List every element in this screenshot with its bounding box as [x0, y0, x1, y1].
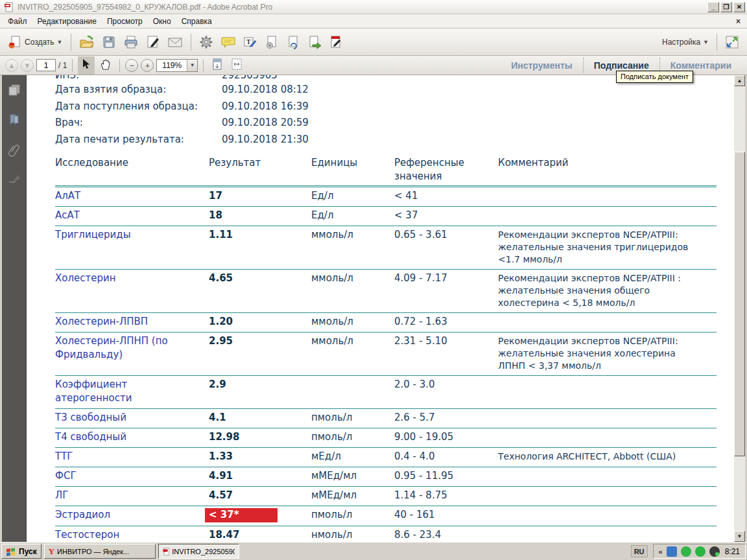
settings-button[interactable]: Настройка ▼	[659, 36, 711, 49]
tray-icon-1[interactable]	[667, 546, 677, 557]
save-button[interactable]	[99, 33, 119, 51]
task-label: ИНВИТРО — Яндек...	[57, 548, 129, 555]
menu-item[interactable]: Просмотр	[102, 16, 148, 27]
scrollbar-thumb[interactable]	[734, 152, 745, 456]
menu-item[interactable]: Файл	[3, 16, 32, 27]
bookmarks-icon[interactable]	[7, 113, 21, 127]
table-row: ЛГ 4.57 мМЕд/мл 1.14 - 8.75	[55, 487, 717, 506]
email-button[interactable]	[165, 34, 185, 51]
create-button[interactable]: Создать ▼	[5, 33, 65, 51]
page-number-input[interactable]	[36, 59, 56, 71]
test-result: 1.20	[209, 316, 233, 327]
close-document-icon[interactable]: ×	[732, 17, 744, 26]
comment-button[interactable]	[218, 34, 239, 51]
taskbar: Пуск Y ИНВИТРО — Яндек... INVITRO_292505…	[0, 542, 747, 560]
comments-pane-button[interactable]: Комментарии	[660, 60, 742, 71]
scroll-down-icon[interactable]: ▼	[734, 531, 745, 542]
reference-range: < 41	[394, 189, 498, 203]
menu-item[interactable]: Справка	[176, 16, 217, 27]
test-name: АсАТ	[55, 209, 209, 222]
preferences-button[interactable]	[196, 33, 216, 51]
doc-export-icon	[307, 35, 322, 49]
vertical-scrollbar[interactable]: ▲ ▼	[734, 75, 745, 542]
zoom-level-select[interactable]: 119% ▼	[156, 59, 198, 72]
test-name: Холестерин-ЛПВП	[55, 315, 209, 329]
reference-range: 40 - 161	[394, 508, 498, 522]
svg-text:T: T	[246, 38, 251, 45]
menu-item[interactable]: Окно	[148, 16, 176, 27]
fullscreen-button[interactable]	[722, 33, 742, 51]
reference-range: 8.6 - 23.4	[394, 528, 498, 542]
restore-button[interactable]: ❐	[720, 2, 732, 12]
test-name: Т4 свободный	[55, 430, 209, 444]
open-button[interactable]	[77, 33, 97, 51]
test-result: 18.47	[209, 529, 239, 541]
language-indicator[interactable]: RU	[631, 545, 648, 557]
test-comment: Технология ARCHITECT, Abbott (США)	[498, 450, 706, 463]
fit-page-button[interactable]	[228, 56, 245, 75]
reference-range: 1.14 - 8.75	[394, 489, 498, 502]
test-result: 4.1	[209, 412, 226, 423]
doc-sign-button[interactable]	[326, 33, 346, 51]
test-units: пмоль/л	[311, 508, 394, 522]
print-button[interactable]	[121, 33, 141, 51]
previous-page-button[interactable]: ▲	[5, 59, 18, 72]
doc-attach-icon	[286, 35, 300, 49]
start-button[interactable]: Пуск	[1, 544, 42, 559]
reference-range: 2.6 - 5.7	[394, 411, 498, 425]
test-result: 4.65	[209, 272, 233, 284]
info-label: Врач:	[55, 115, 222, 132]
sign-pen-button[interactable]	[143, 33, 163, 51]
tools-pane-button[interactable]: Инструменты	[501, 60, 583, 71]
tray-icon-2[interactable]	[681, 546, 691, 557]
test-name: ТТГ	[55, 450, 209, 463]
signatures-icon[interactable]	[7, 172, 21, 187]
taskbar-task-browser[interactable]: Y ИНВИТРО — Яндек...	[44, 544, 156, 559]
doc-export-button[interactable]	[305, 33, 324, 51]
reference-range: < 37	[394, 209, 498, 222]
test-name: Холестерин	[55, 272, 209, 309]
table-row: АлАТ 17 Ед/л < 41	[55, 187, 717, 207]
scroll-mode-button[interactable]	[209, 56, 226, 75]
doc-clip-button[interactable]	[262, 33, 281, 51]
test-comment	[498, 189, 706, 203]
doc-clip-icon	[265, 35, 279, 49]
column-header: Результат	[209, 156, 311, 183]
next-page-button[interactable]: ▼	[21, 59, 34, 72]
chevron-down-icon: ▼	[57, 39, 63, 45]
print-icon	[123, 35, 139, 49]
test-comment	[498, 315, 706, 329]
title-bar: INVITRO_292505905_97554982_0_КРУЖАЛОВ.pd…	[0, 0, 747, 14]
test-comment	[498, 528, 706, 542]
info-label: Дата взятия образца:	[55, 82, 222, 99]
reference-range: 4.09 - 7.17	[394, 272, 498, 309]
select-cursor-icon	[80, 58, 93, 70]
zoom-out-button[interactable]: −	[125, 59, 138, 72]
zoom-in-button[interactable]: +	[141, 59, 154, 72]
column-header: Исследование	[55, 156, 209, 183]
scroll-up-icon[interactable]: ▲	[734, 75, 745, 86]
chevron-down-icon[interactable]: ▼	[187, 60, 197, 71]
select-tool-button[interactable]	[78, 56, 95, 75]
table-row: Эстрадиол < 37* пмоль/л 40 - 161	[55, 506, 717, 526]
hand-tool-button[interactable]	[97, 56, 114, 75]
close-button[interactable]: ✕	[733, 2, 745, 12]
test-result: 18	[209, 209, 222, 221]
test-units: мМЕд/мл	[311, 469, 394, 483]
menu-item[interactable]: Редактирование	[32, 16, 102, 27]
sign-pane-button[interactable]: Подписание	[584, 60, 659, 71]
attachments-icon[interactable]	[7, 143, 21, 157]
tray-icon-3[interactable]	[695, 546, 706, 557]
info-value: 09.10.2018 20:59	[222, 115, 734, 132]
minimize-button[interactable]: _	[707, 2, 719, 12]
save-icon	[102, 35, 116, 49]
tray-icon-4[interactable]	[709, 546, 720, 557]
doc-attach-button[interactable]	[283, 33, 303, 51]
typewriter-button[interactable]: T	[241, 33, 260, 51]
table-row: ТТГ 1.33 мЕд/л 0.4 - 4.0 Технология ARCH…	[55, 448, 717, 467]
fit-page-icon	[230, 58, 243, 71]
tray-chevron-icon[interactable]: «	[659, 548, 663, 555]
page-thumbnails-icon[interactable]	[7, 83, 21, 97]
table-row: Т3 свободный 4.1 пмоль/л 2.6 - 5.7	[55, 409, 717, 428]
taskbar-task-acrobat[interactable]: INVITRO_29250590...	[158, 544, 239, 559]
